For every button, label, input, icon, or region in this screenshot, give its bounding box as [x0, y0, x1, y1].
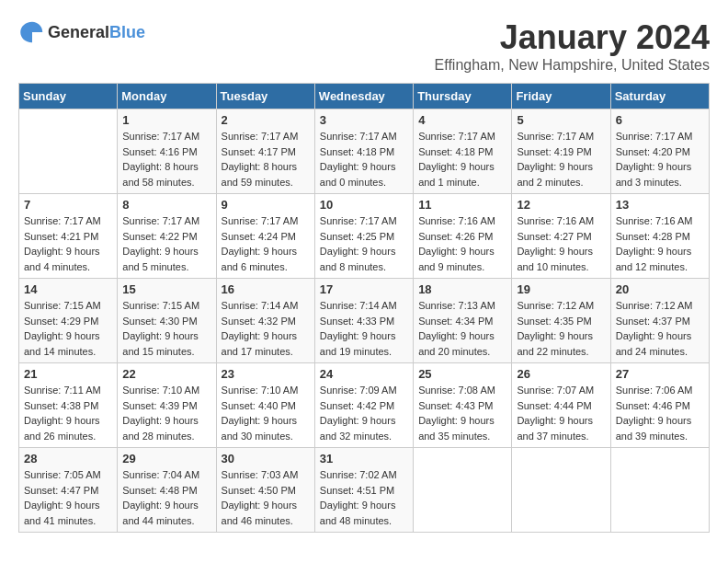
header-day-monday: Monday: [118, 84, 216, 109]
day-cell: 6Sunrise: 7:17 AMSunset: 4:20 PMDaylight…: [610, 109, 709, 194]
day-number: 21: [24, 367, 112, 381]
week-row-3: 14Sunrise: 7:15 AMSunset: 4:29 PMDayligh…: [19, 279, 710, 363]
week-row-4: 21Sunrise: 7:11 AMSunset: 4:38 PMDayligh…: [19, 363, 710, 448]
day-cell: 18Sunrise: 7:13 AMSunset: 4:34 PMDayligh…: [414, 279, 512, 363]
day-cell: 13Sunrise: 7:16 AMSunset: 4:28 PMDayligh…: [610, 194, 709, 279]
day-cell: 14Sunrise: 7:15 AMSunset: 4:29 PMDayligh…: [19, 279, 118, 363]
day-number: 24: [320, 367, 408, 381]
day-number: 12: [517, 198, 605, 212]
day-cell: 12Sunrise: 7:16 AMSunset: 4:27 PMDayligh…: [512, 194, 610, 279]
logo-blue-text: Blue: [109, 23, 145, 41]
day-info: Sunrise: 7:17 AMSunset: 4:24 PMDaylight:…: [222, 213, 310, 274]
day-cell: 23Sunrise: 7:10 AMSunset: 4:40 PMDayligh…: [216, 363, 314, 448]
day-cell: 27Sunrise: 7:06 AMSunset: 4:46 PMDayligh…: [610, 363, 709, 448]
day-info: Sunrise: 7:07 AMSunset: 4:44 PMDaylight:…: [517, 383, 605, 443]
day-info: Sunrise: 7:14 AMSunset: 4:32 PMDaylight:…: [222, 298, 310, 359]
day-cell: 9Sunrise: 7:17 AMSunset: 4:24 PMDaylight…: [216, 194, 314, 279]
calendar-title: January 2024: [435, 18, 710, 57]
day-cell: 5Sunrise: 7:17 AMSunset: 4:19 PMDaylight…: [512, 109, 610, 194]
week-row-1: 1Sunrise: 7:17 AMSunset: 4:16 PMDaylight…: [19, 109, 710, 194]
day-info: Sunrise: 7:17 AMSunset: 4:16 PMDaylight:…: [122, 129, 210, 190]
day-info: Sunrise: 7:04 AMSunset: 4:48 PMDaylight:…: [122, 467, 210, 528]
day-number: 25: [418, 367, 506, 381]
day-cell: 2Sunrise: 7:17 AMSunset: 4:17 PMDaylight…: [216, 109, 314, 194]
day-info: Sunrise: 7:16 AMSunset: 4:26 PMDaylight:…: [418, 213, 506, 274]
day-info: Sunrise: 7:14 AMSunset: 4:33 PMDaylight:…: [320, 298, 408, 359]
day-info: Sunrise: 7:10 AMSunset: 4:39 PMDaylight:…: [122, 383, 210, 443]
day-number: 20: [616, 282, 704, 296]
day-number: 28: [24, 452, 112, 465]
page-header: GeneralBlue January 2024 Effingham, New …: [18, 18, 710, 74]
header-row: SundayMondayTuesdayWednesdayThursdayFrid…: [19, 84, 710, 109]
day-number: 15: [122, 282, 210, 296]
day-cell: 15Sunrise: 7:15 AMSunset: 4:30 PMDayligh…: [118, 279, 216, 363]
day-cell: 19Sunrise: 7:12 AMSunset: 4:35 PMDayligh…: [512, 279, 610, 363]
day-info: Sunrise: 7:17 AMSunset: 4:18 PMDaylight:…: [320, 129, 408, 190]
day-info: Sunrise: 7:02 AMSunset: 4:51 PMDaylight:…: [320, 467, 408, 528]
day-number: 30: [222, 452, 310, 465]
day-cell: 24Sunrise: 7:09 AMSunset: 4:42 PMDayligh…: [314, 363, 413, 448]
day-cell: 11Sunrise: 7:16 AMSunset: 4:26 PMDayligh…: [414, 194, 512, 279]
day-cell: 10Sunrise: 7:17 AMSunset: 4:25 PMDayligh…: [314, 194, 413, 279]
day-info: Sunrise: 7:17 AMSunset: 4:20 PMDaylight:…: [616, 129, 704, 190]
day-cell: [19, 109, 118, 194]
day-number: 4: [418, 113, 506, 127]
day-number: 7: [24, 198, 112, 212]
day-cell: 31Sunrise: 7:02 AMSunset: 4:51 PMDayligh…: [314, 448, 413, 533]
day-number: 3: [320, 113, 408, 127]
day-cell: 16Sunrise: 7:14 AMSunset: 4:32 PMDayligh…: [216, 279, 314, 363]
day-info: Sunrise: 7:17 AMSunset: 4:18 PMDaylight:…: [418, 129, 506, 190]
day-info: Sunrise: 7:16 AMSunset: 4:28 PMDaylight:…: [616, 213, 704, 274]
day-cell: 1Sunrise: 7:17 AMSunset: 4:16 PMDaylight…: [118, 109, 216, 194]
day-info: Sunrise: 7:13 AMSunset: 4:34 PMDaylight:…: [418, 298, 506, 359]
day-cell: [610, 448, 709, 533]
day-cell: 8Sunrise: 7:17 AMSunset: 4:22 PMDaylight…: [118, 194, 216, 279]
day-info: Sunrise: 7:12 AMSunset: 4:35 PMDaylight:…: [517, 298, 605, 359]
day-info: Sunrise: 7:15 AMSunset: 4:30 PMDaylight:…: [122, 298, 210, 359]
day-number: 18: [418, 282, 506, 296]
day-number: 26: [517, 367, 605, 381]
week-row-2: 7Sunrise: 7:17 AMSunset: 4:21 PMDaylight…: [19, 194, 710, 279]
day-info: Sunrise: 7:08 AMSunset: 4:43 PMDaylight:…: [418, 383, 506, 443]
day-cell: 21Sunrise: 7:11 AMSunset: 4:38 PMDayligh…: [19, 363, 118, 448]
logo-general-text: General: [48, 23, 109, 41]
title-section: January 2024 Effingham, New Hampshire, U…: [435, 18, 710, 74]
day-cell: 25Sunrise: 7:08 AMSunset: 4:43 PMDayligh…: [414, 363, 512, 448]
day-info: Sunrise: 7:09 AMSunset: 4:42 PMDaylight:…: [320, 383, 408, 443]
day-cell: [512, 448, 610, 533]
day-info: Sunrise: 7:06 AMSunset: 4:46 PMDaylight:…: [616, 383, 704, 443]
logo-icon: [18, 18, 46, 46]
logo: GeneralBlue: [18, 18, 145, 46]
day-info: Sunrise: 7:10 AMSunset: 4:40 PMDaylight:…: [222, 383, 310, 443]
day-number: 16: [222, 282, 310, 296]
header-day-thursday: Thursday: [414, 84, 512, 109]
day-number: 22: [122, 367, 210, 381]
day-info: Sunrise: 7:17 AMSunset: 4:17 PMDaylight:…: [222, 129, 310, 190]
day-info: Sunrise: 7:17 AMSunset: 4:25 PMDaylight:…: [320, 213, 408, 274]
day-info: Sunrise: 7:12 AMSunset: 4:37 PMDaylight:…: [616, 298, 704, 359]
header-day-friday: Friday: [512, 84, 610, 109]
day-info: Sunrise: 7:11 AMSunset: 4:38 PMDaylight:…: [24, 383, 112, 443]
day-number: 1: [122, 113, 210, 127]
calendar-table: SundayMondayTuesdayWednesdayThursdayFrid…: [18, 83, 710, 533]
day-cell: 22Sunrise: 7:10 AMSunset: 4:39 PMDayligh…: [118, 363, 216, 448]
day-cell: 29Sunrise: 7:04 AMSunset: 4:48 PMDayligh…: [118, 448, 216, 533]
day-info: Sunrise: 7:16 AMSunset: 4:27 PMDaylight:…: [517, 213, 605, 274]
day-cell: [414, 448, 512, 533]
day-info: Sunrise: 7:17 AMSunset: 4:21 PMDaylight:…: [24, 213, 112, 274]
day-cell: 4Sunrise: 7:17 AMSunset: 4:18 PMDaylight…: [414, 109, 512, 194]
day-number: 19: [517, 282, 605, 296]
day-number: 31: [320, 452, 408, 465]
day-number: 11: [418, 198, 506, 212]
day-number: 13: [616, 198, 704, 212]
day-info: Sunrise: 7:17 AMSunset: 4:22 PMDaylight:…: [122, 213, 210, 274]
week-row-5: 28Sunrise: 7:05 AMSunset: 4:47 PMDayligh…: [19, 448, 710, 533]
header-day-sunday: Sunday: [19, 84, 118, 109]
day-number: 14: [24, 282, 112, 296]
day-cell: 30Sunrise: 7:03 AMSunset: 4:50 PMDayligh…: [216, 448, 314, 533]
day-cell: 17Sunrise: 7:14 AMSunset: 4:33 PMDayligh…: [314, 279, 413, 363]
day-number: 2: [222, 113, 310, 127]
day-info: Sunrise: 7:05 AMSunset: 4:47 PMDaylight:…: [24, 467, 112, 528]
day-cell: 3Sunrise: 7:17 AMSunset: 4:18 PMDaylight…: [314, 109, 413, 194]
day-number: 10: [320, 198, 408, 212]
